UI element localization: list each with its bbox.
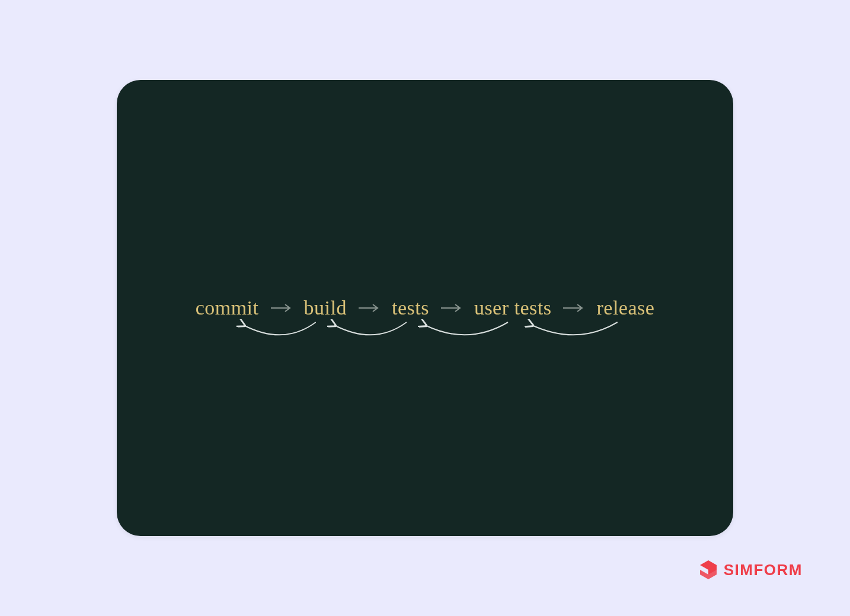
arrow-forward-icon [562, 302, 586, 314]
stage-build: build [304, 297, 347, 319]
stage-commit: commit [196, 297, 259, 319]
arrow-forward-icon [357, 302, 381, 314]
brand-logo: SIMFORM [698, 559, 803, 580]
diagram-card: commit build tests user tests release [117, 80, 733, 536]
pipeline-flow: commit build tests user tests release [196, 297, 655, 319]
stage-user-tests: user tests [474, 297, 552, 319]
feedback-arrows [196, 319, 655, 355]
arrow-forward-icon [270, 302, 293, 314]
stage-release: release [596, 297, 654, 319]
arrow-forward-icon [440, 302, 464, 314]
stage-tests: tests [392, 297, 429, 319]
simform-icon [698, 559, 719, 580]
brand-name: SIMFORM [724, 561, 803, 579]
